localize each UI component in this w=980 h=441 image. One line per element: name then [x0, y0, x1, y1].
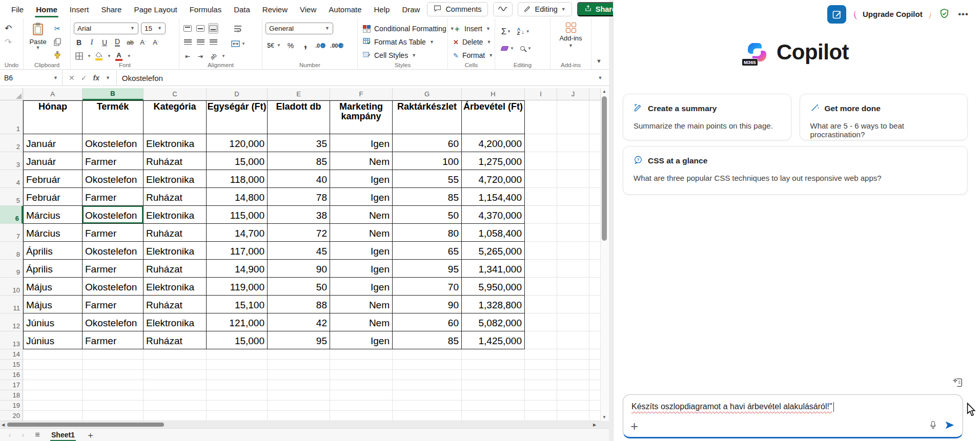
increase-decimal-icon[interactable]: .00→ [330, 40, 343, 51]
empty-cell[interactable] [83, 370, 144, 380]
data-cell[interactable]: Elektronika [144, 313, 207, 331]
header-cell[interactable]: Termék [83, 100, 144, 134]
empty-cell[interactable] [144, 390, 207, 401]
empty-cell[interactable] [557, 360, 589, 370]
empty-cell[interactable] [525, 242, 557, 260]
data-cell[interactable]: Május [23, 296, 83, 313]
empty-cell[interactable] [557, 152, 589, 170]
empty-cell[interactable] [589, 152, 601, 170]
column-header-G[interactable]: G [393, 88, 462, 100]
empty-cell[interactable] [330, 390, 393, 401]
add-sheet-icon[interactable]: ＋ [82, 429, 99, 441]
empty-cell[interactable] [462, 370, 525, 380]
empty-cell[interactable] [268, 401, 330, 411]
new-chat-button[interactable] [827, 5, 846, 24]
data-cell[interactable]: Okostelefon [83, 242, 144, 260]
empty-cell[interactable] [23, 349, 83, 360]
data-cell[interactable]: Ruházat [144, 260, 207, 278]
empty-cell[interactable] [557, 296, 589, 313]
data-cell[interactable]: Január [23, 134, 83, 152]
shrink-font-icon[interactable]: Aˇ [151, 37, 161, 48]
data-cell[interactable]: Elektronika [144, 242, 207, 260]
row-header-8[interactable]: 8 [0, 242, 23, 260]
empty-cell[interactable] [393, 380, 462, 390]
format-painter-icon[interactable] [52, 50, 63, 60]
column-header-C[interactable]: C [144, 88, 207, 100]
empty-cell[interactable] [589, 411, 601, 421]
data-cell[interactable]: 85 [393, 188, 462, 206]
tab-insert[interactable]: Insert [64, 0, 95, 18]
data-cell[interactable]: Okostelefon [83, 134, 144, 152]
data-cell[interactable]: Február [23, 188, 83, 206]
empty-cell[interactable] [462, 380, 525, 390]
empty-cell[interactable] [462, 349, 525, 360]
paste-button[interactable]: Paste ▼ [27, 22, 49, 60]
autosum-button[interactable]: Σ ▼ [501, 27, 511, 36]
data-cell[interactable]: Ruházat [144, 188, 207, 206]
data-cell[interactable]: 121,000 [207, 313, 268, 331]
data-cell[interactable]: Június [23, 313, 83, 331]
data-cell[interactable]: 14,800 [207, 188, 268, 206]
empty-cell[interactable] [557, 134, 589, 152]
empty-cell[interactable] [589, 100, 601, 134]
find-button[interactable]: ▼ [520, 46, 532, 51]
empty-cell[interactable] [525, 390, 557, 401]
data-cell[interactable]: 1,425,000 [462, 331, 525, 349]
row-header-7[interactable]: 7 [0, 224, 23, 242]
empty-cell[interactable] [525, 349, 557, 360]
data-cell[interactable]: Igen [330, 188, 393, 206]
empty-cell[interactable] [393, 370, 462, 380]
data-cell[interactable]: 38 [268, 206, 330, 224]
data-cell[interactable]: 60 [393, 134, 462, 152]
column-header-I[interactable]: I [525, 88, 557, 100]
data-cell[interactable]: 72 [268, 224, 330, 242]
row-header-5[interactable]: 5 [0, 188, 23, 206]
scroll-left-icon[interactable]: ◀ [0, 423, 6, 427]
data-cell[interactable]: Február [23, 170, 83, 188]
data-cell[interactable]: Ruházat [144, 224, 207, 242]
empty-cell[interactable] [144, 401, 207, 411]
empty-cell[interactable] [589, 331, 601, 349]
align-bottom-icon[interactable] [208, 23, 218, 34]
data-cell[interactable]: 1,328,800 [462, 296, 525, 313]
tab-page-layout[interactable]: Page Layout [128, 0, 183, 18]
row-header-19[interactable]: 19 [0, 401, 23, 411]
data-cell[interactable]: 1,341,000 [462, 260, 525, 278]
empty-cell[interactable] [557, 331, 589, 349]
data-cell[interactable]: 100 [393, 152, 462, 170]
empty-cell[interactable] [589, 206, 601, 224]
empty-cell[interactable] [589, 349, 601, 360]
empty-cell[interactable] [525, 331, 557, 349]
header-cell[interactable]: Árbevétel (Ft) [462, 100, 525, 134]
column-header-E[interactable]: E [268, 88, 330, 100]
empty-cell[interactable] [525, 170, 557, 188]
data-cell[interactable]: 85 [268, 152, 330, 170]
empty-cell[interactable] [462, 360, 525, 370]
data-cell[interactable]: Elektronika [144, 206, 207, 224]
formula-input[interactable]: Okostelefon [117, 70, 591, 86]
data-cell[interactable]: 95 [393, 260, 462, 278]
empty-cell[interactable] [330, 380, 393, 390]
strikethrough-icon[interactable]: ab [125, 37, 135, 48]
data-cell[interactable]: 4,370,000 [462, 206, 525, 224]
empty-cell[interactable] [589, 224, 601, 242]
undo-icon[interactable]: ↶ [3, 23, 13, 34]
data-cell[interactable]: Farmer [83, 188, 144, 206]
header-cell[interactable]: Raktárkészlet [393, 100, 462, 134]
tab-file[interactable]: File [5, 0, 30, 18]
select-all-corner[interactable] [0, 88, 23, 100]
empty-cell[interactable] [330, 349, 393, 360]
collapse-ribbon-icon[interactable]: ▼ [596, 58, 609, 69]
align-middle-icon[interactable] [195, 23, 206, 34]
data-cell[interactable]: Elektronika [144, 278, 207, 296]
data-cell[interactable]: 55 [393, 170, 462, 188]
cancel-entry-icon[interactable]: ✕ [69, 74, 75, 82]
underline-icon[interactable]: U [99, 37, 110, 48]
catch-up-button[interactable] [493, 2, 513, 16]
empty-cell[interactable] [144, 360, 207, 370]
data-cell[interactable]: Okostelefon [83, 313, 144, 331]
data-cell[interactable]: 14,700 [207, 224, 268, 242]
empty-cell[interactable] [393, 390, 462, 401]
align-top-icon[interactable] [182, 23, 193, 34]
row-header-10[interactable]: 10 [0, 278, 23, 296]
